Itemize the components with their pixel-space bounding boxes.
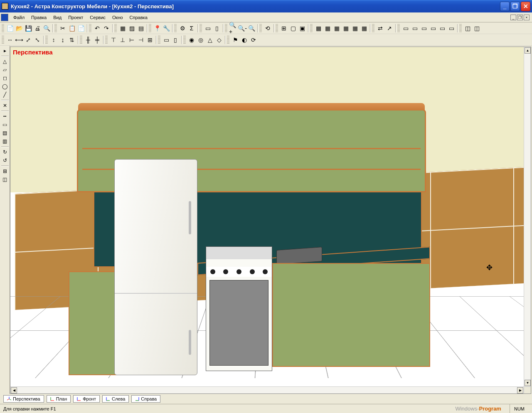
toolbar-button[interactable]: 💾 [24, 24, 33, 33]
viewport-3d[interactable]: Перспектива [10, 47, 531, 393]
side-tool-button[interactable]: △ [1, 57, 9, 66]
toolbar-button[interactable]: ⟳ [249, 35, 258, 44]
tab-plan[interactable]: План [47, 395, 71, 403]
scrollbar-vertical[interactable]: ▲ ▼ [524, 47, 531, 386]
side-tool-button[interactable]: ▱ [1, 66, 9, 74]
toolbar-button[interactable]: ◉ [187, 35, 196, 44]
toolbar-button[interactable]: 📂 [15, 24, 24, 33]
side-tool-button[interactable]: ↺ [1, 156, 9, 165]
toolbar-button[interactable]: ⤢ [24, 35, 33, 44]
toolbar-button[interactable]: ⤡ [33, 35, 42, 44]
side-tool-button[interactable]: ▤ [1, 129, 9, 137]
side-tool-button[interactable]: ┅ [1, 112, 9, 120]
toolbar-button[interactable]: ⊞ [279, 24, 288, 33]
toolbar-button[interactable]: ✂ [58, 24, 67, 33]
menu-project[interactable]: Проект [65, 14, 86, 21]
toolbar-button[interactable]: ⚙ [178, 24, 187, 33]
mdi-minimize-button[interactable]: _ [510, 15, 516, 20]
toolbar-button[interactable]: ╪ [93, 35, 102, 44]
toolbar-button[interactable]: ◐ [240, 35, 249, 44]
side-tool-button[interactable]: ▥ [1, 137, 9, 145]
side-tool-button[interactable]: ✕ [1, 101, 9, 110]
side-tool-button[interactable]: ↻ [1, 148, 9, 156]
toolbar-button[interactable]: ▦ [332, 24, 341, 33]
scroll-right-button[interactable]: ▶ [517, 387, 523, 393]
toolbar-button[interactable]: ◫ [463, 24, 472, 33]
toolbar-button[interactable]: ▣ [298, 24, 307, 33]
mdi-close-button[interactable]: × [524, 15, 530, 20]
toolbar-button[interactable]: 📄 [76, 24, 86, 33]
toolbar-button[interactable]: 🔧 [162, 24, 171, 33]
tab-front[interactable]: Фронт [73, 395, 100, 403]
toolbar-button[interactable]: 📄 [5, 24, 15, 33]
toolbar-button[interactable]: ▭ [429, 24, 438, 33]
toolbar-button[interactable]: ⊞ [145, 35, 155, 44]
tab-perspective[interactable]: Перспектива [3, 395, 44, 403]
menu-view[interactable]: Вид [50, 14, 65, 21]
toolbar-button[interactable]: ⟲ [263, 24, 272, 33]
toolbar-button[interactable]: Σ [187, 24, 196, 33]
toolbar-button[interactable]: ▭ [447, 24, 456, 33]
toolbar-button[interactable]: ▦ [350, 24, 360, 33]
toolbar-button[interactable]: 🖨 [33, 24, 42, 33]
tab-left[interactable]: Слева [102, 395, 129, 403]
toolbar-button[interactable]: ↨ [58, 35, 67, 44]
toolbar-button[interactable]: ↷ [102, 24, 111, 33]
toolbar-button[interactable]: ⊢ [127, 35, 136, 44]
toolbar-button[interactable]: 🔍 [42, 24, 51, 33]
toolbar-button[interactable]: ▦ [341, 24, 350, 33]
toolbar-button[interactable]: ▯ [212, 24, 222, 33]
toolbar-button[interactable]: ▭ [419, 24, 429, 33]
menu-help[interactable]: Справка [126, 14, 151, 21]
toolbar-button[interactable]: △ [205, 35, 214, 44]
mdi-restore-button[interactable]: ❐ [517, 15, 523, 20]
toolbar-button[interactable]: ⚑ [231, 35, 240, 44]
toolbar-button[interactable]: ▭ [203, 24, 212, 33]
toolbar-button[interactable]: ⊥ [118, 35, 127, 44]
minimize-button[interactable]: _ [500, 2, 510, 11]
toolbar-button[interactable]: ↶ [93, 24, 102, 33]
toolbar-button[interactable]: ◎ [196, 35, 205, 44]
menu-edit[interactable]: Правка [28, 14, 50, 21]
toolbar-button[interactable]: ▭ [438, 24, 447, 33]
side-tool-button[interactable]: ◯ [1, 82, 9, 91]
toolbar-button[interactable]: 🔍- [238, 24, 247, 33]
toolbar-button[interactable]: 📍 [153, 24, 162, 33]
side-tool-button[interactable]: ╱ [1, 91, 9, 99]
toolbar-button[interactable]: ▭ [401, 24, 410, 33]
toolbar-button[interactable]: ◫ [472, 24, 481, 33]
toolbar-button[interactable]: ⇅ [67, 35, 76, 44]
toolbar-button[interactable]: ▭ [162, 35, 171, 44]
scroll-left-button[interactable]: ◀ [11, 387, 17, 393]
toolbar-button[interactable]: ▦ [314, 24, 323, 33]
maximize-button[interactable]: ❐ [510, 2, 520, 11]
menu-file[interactable]: Файл [10, 14, 28, 21]
side-tool-button[interactable]: ◻ [1, 74, 9, 82]
side-tool-button[interactable]: ▸ [1, 47, 9, 55]
toolbar-button[interactable]: ⊤ [109, 35, 118, 44]
menu-service[interactable]: Сервис [86, 14, 109, 21]
toolbar-button[interactable]: ◇ [214, 35, 224, 44]
toolbar-button[interactable]: ▯ [171, 35, 180, 44]
toolbar-button[interactable]: ↗ [385, 24, 394, 33]
toolbar-button[interactable]: ▨ [127, 24, 136, 33]
toolbar-button[interactable]: ▦ [118, 24, 127, 33]
close-button[interactable]: ✕ [521, 2, 530, 11]
toolbar-button[interactable]: ╫ [84, 35, 93, 44]
toolbar-button[interactable]: 📋 [67, 24, 76, 33]
toolbar-button[interactable]: 🔍 [247, 24, 256, 33]
toolbar-button[interactable]: ⇄ [376, 24, 385, 33]
toolbar-button[interactable]: ↕ [49, 35, 58, 44]
toolbar-button[interactable]: ▢ [288, 24, 298, 33]
toolbar-button[interactable]: ⊣ [136, 35, 145, 44]
side-tool-button[interactable]: ⊞ [1, 167, 9, 175]
menu-window[interactable]: Окно [109, 14, 126, 21]
scroll-down-button[interactable]: ▼ [525, 380, 531, 386]
toolbar-button[interactable]: ▭ [410, 24, 419, 33]
scroll-up-button[interactable]: ▲ [525, 47, 531, 54]
tab-right[interactable]: Справа [131, 395, 160, 403]
toolbar-button[interactable]: ⟷ [15, 35, 24, 44]
toolbar-button[interactable]: ▦ [360, 24, 369, 33]
scrollbar-horizontal[interactable]: ◀ ▶ [10, 386, 524, 393]
toolbar-button[interactable]: ▦ [323, 24, 332, 33]
